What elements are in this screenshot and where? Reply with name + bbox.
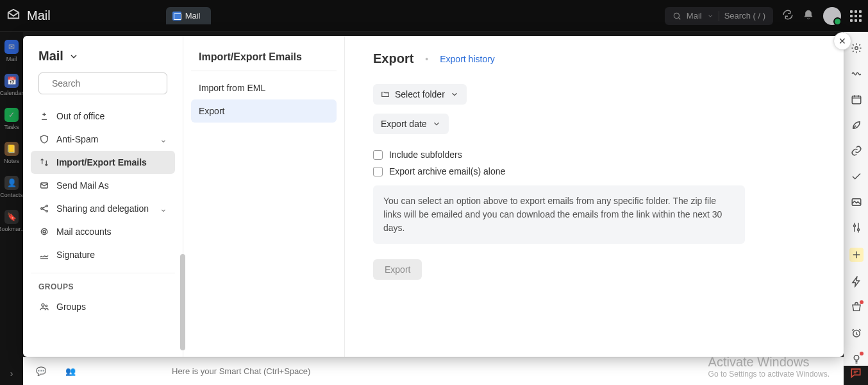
svg-point-12 [46,210,48,212]
subnav-title: Import/Export Emails [191,51,337,71]
setting-signature[interactable]: Signature [31,243,175,266]
chevron-down-icon[interactable] [69,51,79,62]
signature-icon [38,249,50,261]
svg-point-15 [46,305,47,307]
svg-point-11 [46,205,48,207]
avatar[interactable] [823,7,841,25]
setting-mail-accounts[interactable]: Mail accounts [31,220,175,243]
rail-mail[interactable]: ✉Mail [4,40,19,62]
info-text: You can select an option above to export… [373,185,745,244]
chevron-down-icon [450,90,459,99]
link-icon[interactable] [851,145,862,157]
checkbox-icon [373,150,383,160]
groups-icon [38,301,50,312]
image-icon[interactable] [851,196,862,208]
right-rail [844,32,868,366]
out-of-office-icon [38,110,50,122]
svg-point-10 [41,208,43,210]
setting-sharing[interactable]: Sharing and delegation ⌄ [31,197,175,220]
chevron-down-icon [432,119,441,128]
global-search[interactable]: Mail Search ( / ) [665,7,773,25]
export-button[interactable]: Export [373,259,422,280]
send-as-icon [38,180,50,191]
check-icon[interactable] [851,171,862,182]
scrollbar-thumb[interactable] [180,254,185,350]
rail-bookmarks[interactable]: 🔖Bookmar... [0,210,26,232]
subnav-export[interactable]: Export [191,99,337,123]
plus-icon[interactable] [849,248,864,262]
separator-dot: • [425,54,428,64]
bell-icon[interactable] [803,9,814,22]
export-date-dropdown[interactable]: Export date [373,114,449,134]
settings-sidebar: Mail Out of office Anti-Spam ⌄ Import/Ex… [23,36,183,357]
import-export-icon [38,157,50,168]
svg-point-1 [855,47,858,50]
app-title: Mail [27,8,51,23]
checkbox-icon [373,167,383,176]
sync-icon[interactable] [782,9,794,22]
sliders-icon[interactable] [851,222,862,234]
include-subfolders-checkbox[interactable]: Include subfolders [373,150,815,160]
subnav: Import/Export Emails Import from EML Exp… [183,36,345,357]
setting-import-export[interactable]: Import/Export Emails [31,151,175,174]
topbar: Mail Mail Mail Search ( / ) [0,0,868,32]
folder-icon [381,90,390,99]
activate-windows-watermark: Activate Windows Go to Settings to activ… [708,355,830,379]
chevron-down-icon: ⌄ [160,134,167,144]
settings-title: Mail [38,49,63,64]
settings-modal: ✕ Mail Out of office Anti-Spam ⌄ Import/… [23,36,844,357]
svg-point-14 [42,304,44,306]
select-folder-dropdown[interactable]: Select folder [373,84,467,105]
at-icon [38,226,50,237]
svg-point-4 [853,225,855,227]
contacts-footer-icon[interactable]: 👥 [65,366,76,376]
tab-label: Mail [185,11,201,21]
rail-expand-icon[interactable]: › [10,368,13,379]
settings-search-input[interactable] [52,78,164,89]
share-icon [38,203,50,214]
left-rail: ✉Mail 📅Calendar ✓Tasks 📒Notes 👤Contacts … [0,32,23,385]
groups-heading: GROUPS [31,273,175,295]
export-history-link[interactable]: Export history [440,54,495,64]
mail-tab-icon [172,12,181,21]
export-archive-checkbox[interactable]: Export archive email(s) alone [373,166,815,176]
setting-anti-spam[interactable]: Anti-Spam ⌄ [31,128,175,151]
rail-contacts[interactable]: 👤Contacts [0,176,23,198]
rail-tasks[interactable]: ✓Tasks [4,108,19,130]
setting-groups[interactable]: Groups [31,295,175,318]
smart-chat-hint: Here is your Smart Chat (Ctrl+Space) [172,366,310,376]
export-panel: Export • Export history Select folder Ex… [345,36,844,357]
chevron-down-icon: ⌄ [160,203,167,214]
svg-point-5 [857,229,859,231]
search-placeholder: Search ( / ) [724,11,765,21]
settings-search[interactable] [38,73,167,94]
close-button[interactable]: ✕ [833,32,851,50]
apps-grid-icon[interactable] [850,10,862,22]
panel-title: Export [373,51,413,66]
leaf-icon[interactable] [851,119,862,131]
svg-point-7 [854,355,859,361]
setting-out-of-office[interactable]: Out of office [31,105,175,128]
bolt-icon[interactable] [851,276,862,287]
chat-icon[interactable] [846,363,865,382]
wave-icon[interactable] [851,68,862,80]
shop-icon[interactable] [851,302,862,313]
chat-footer-icon[interactable]: 💬 [36,366,46,376]
clock-icon[interactable] [851,327,862,339]
subnav-import-eml[interactable]: Import from EML [191,76,337,99]
rail-calendar[interactable]: 📅Calendar [0,74,23,96]
tab-mail[interactable]: Mail [166,7,211,24]
setting-send-mail-as[interactable]: Send Mail As [31,174,175,197]
shield-icon [38,133,50,145]
rail-notes[interactable]: 📒Notes [4,142,19,164]
calendar-icon[interactable] [851,94,862,105]
gear-icon[interactable] [851,42,862,54]
search-scope: Mail [687,11,702,21]
mail-logo-icon [6,8,21,24]
svg-rect-2 [852,96,861,104]
svg-point-0 [674,13,679,18]
